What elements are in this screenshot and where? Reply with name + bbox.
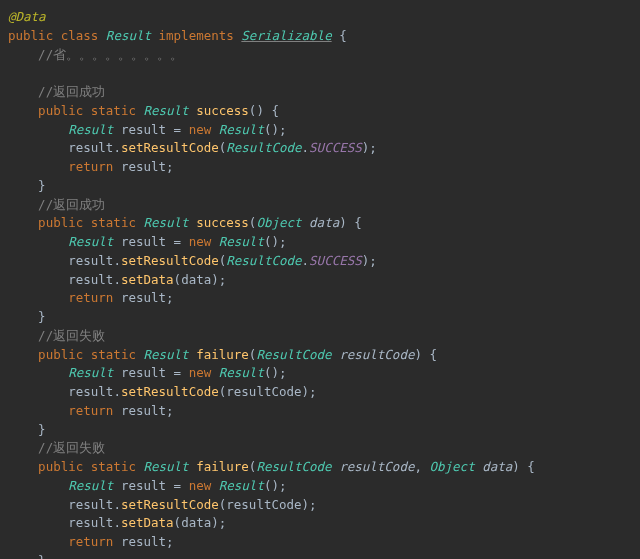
code-block: @Data public class Result implements Ser… (8, 8, 632, 559)
annotation: @Data (8, 9, 46, 24)
